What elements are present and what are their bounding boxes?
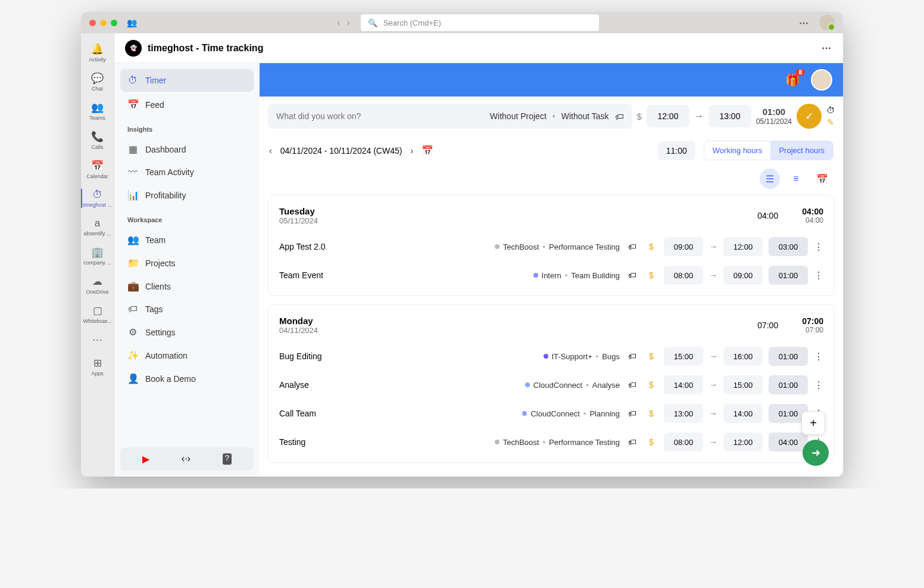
sidebar-item-clients[interactable]: 💼Clients bbox=[120, 275, 254, 298]
tab-project-hours[interactable]: Project hours bbox=[770, 141, 833, 160]
add-entry-fab[interactable]: + bbox=[801, 411, 825, 435]
entry-description[interactable]: Team Event bbox=[279, 270, 398, 280]
tag-icon[interactable]: 🏷 bbox=[626, 409, 639, 418]
end-time[interactable]: 12:00 bbox=[723, 237, 763, 256]
end-time[interactable]: 16:00 bbox=[723, 347, 763, 366]
entry-menu[interactable]: ⋮ bbox=[814, 351, 823, 362]
next-week[interactable]: › bbox=[410, 146, 413, 155]
entry-description[interactable]: Testing bbox=[279, 437, 398, 447]
rail-item-onedrive[interactable]: ☁OneDrive bbox=[81, 272, 114, 298]
tag-icon[interactable]: 🏷 bbox=[626, 437, 639, 447]
maximize-window[interactable] bbox=[111, 20, 117, 26]
gift-icon[interactable]: 🎁8 bbox=[785, 73, 800, 87]
app-more-menu[interactable]: ⋯ bbox=[822, 42, 832, 54]
calendar-view-button[interactable]: 📅 bbox=[812, 169, 832, 189]
billable-icon[interactable]: $ bbox=[645, 242, 658, 251]
entry-project-task[interactable]: Intern•Team Building bbox=[404, 271, 620, 280]
stopwatch-icon[interactable]: ⏱ bbox=[826, 105, 835, 115]
tag-icon[interactable]: 🏷 bbox=[615, 111, 624, 122]
billable-icon[interactable]: $ bbox=[645, 351, 658, 361]
user-avatar[interactable] bbox=[819, 15, 835, 30]
billable-toggle[interactable]: $ bbox=[637, 111, 642, 122]
rail-item-company[interactable]: 🏢company ... bbox=[81, 242, 114, 269]
tag-icon[interactable]: 🏷 bbox=[626, 270, 639, 280]
sidebar-item-timer[interactable]: ⏱ Timer bbox=[120, 69, 254, 92]
nav-forward[interactable]: › bbox=[347, 18, 350, 27]
search-input[interactable]: 🔍 Search (Cmd+E) bbox=[361, 14, 599, 31]
entry-description[interactable]: Bug Editing bbox=[279, 351, 398, 361]
start-time[interactable]: 13:00 bbox=[664, 404, 703, 423]
sidebar-item-projects[interactable]: 📁Projects bbox=[120, 251, 254, 275]
billable-icon[interactable]: $ bbox=[645, 437, 658, 447]
entry-menu[interactable]: ⋮ bbox=[814, 379, 823, 391]
entry-project-task[interactable]: TechBoost•Performance Testing bbox=[404, 438, 620, 447]
end-time[interactable]: 14:00 bbox=[723, 404, 763, 423]
tag-icon[interactable]: 🏷 bbox=[626, 380, 639, 390]
entry-menu[interactable]: ⋮ bbox=[814, 270, 823, 281]
close-window[interactable] bbox=[89, 20, 96, 26]
entry-project[interactable]: Without Project bbox=[490, 111, 547, 121]
rail-item-whiteboar[interactable]: ▢Whiteboar... bbox=[81, 301, 114, 328]
list-view-button[interactable]: ☰ bbox=[760, 169, 780, 189]
sidebar-item-profitability[interactable]: 📊Profitability bbox=[120, 183, 254, 207]
entry-description-input[interactable] bbox=[276, 111, 484, 121]
entry-project-task[interactable]: TechBoost•Performance Testing bbox=[404, 242, 620, 251]
rail-item-calls[interactable]: 📞Calls bbox=[81, 127, 114, 154]
sidebar-item-teamactivity[interactable]: 〰Team Activity bbox=[120, 161, 254, 183]
entry-project-task[interactable]: CloudConnect•Planning bbox=[404, 409, 620, 418]
start-time[interactable]: 08:00 bbox=[664, 433, 703, 452]
rail-item-teams[interactable]: 👥Teams bbox=[81, 98, 114, 125]
end-time[interactable]: 12:00 bbox=[723, 433, 763, 452]
billable-icon[interactable]: $ bbox=[645, 380, 658, 390]
sidebar-item-dashboard[interactable]: ▦Dashboard bbox=[120, 138, 254, 161]
rail-item-more[interactable]: ⋯ bbox=[81, 330, 114, 351]
rail-item-activity[interactable]: 🔔Activity bbox=[81, 39, 114, 66]
tag-icon[interactable]: 🏷 bbox=[626, 351, 639, 361]
submit-entry-button[interactable]: ✓ bbox=[797, 104, 822, 129]
compact-view-button[interactable]: ≡ bbox=[786, 169, 806, 189]
start-time[interactable]: 14:00 bbox=[664, 375, 703, 394]
billable-icon[interactable]: $ bbox=[645, 409, 658, 418]
rail-item-apps[interactable]: ⊞Apps bbox=[81, 353, 114, 380]
profile-avatar[interactable] bbox=[811, 69, 832, 91]
tab-working-hours[interactable]: Working hours bbox=[704, 141, 771, 160]
rail-item-absentify[interactable]: aabsentify ... bbox=[81, 214, 114, 240]
end-time[interactable]: 09:00 bbox=[723, 266, 763, 285]
sidebar-item-automation[interactable]: ✨Automation bbox=[120, 344, 254, 367]
tag-icon[interactable]: 🏷 bbox=[626, 242, 639, 251]
entry-project-task[interactable]: IT-Support+•Bugs bbox=[404, 352, 620, 361]
edit-icon[interactable]: ✎ bbox=[827, 117, 834, 127]
start-time-input[interactable]: 12:00 bbox=[647, 105, 689, 127]
end-time-input[interactable]: 13:00 bbox=[708, 105, 751, 127]
sidebar-item-feed[interactable]: 📅 Feed bbox=[120, 93, 254, 116]
entry-project-task[interactable]: CloudConnect•Analyse bbox=[404, 381, 620, 390]
entry-description[interactable]: App Test 2.0 bbox=[279, 242, 398, 251]
start-time[interactable]: 15:00 bbox=[664, 347, 703, 366]
sidebar-item-settings[interactable]: ⚙Settings bbox=[120, 321, 254, 344]
nav-back[interactable]: ‹ bbox=[337, 18, 340, 27]
start-time[interactable]: 08:00 bbox=[664, 266, 703, 285]
rail-item-chat[interactable]: 💬Chat bbox=[81, 69, 114, 95]
help-icon[interactable]: ? bbox=[223, 453, 232, 465]
time-entry-row: Team EventIntern•Team Building🏷$08:00→09… bbox=[269, 261, 834, 290]
sidebar-item-tags[interactable]: 🏷Tags bbox=[120, 298, 254, 321]
calendar-picker-icon[interactable]: 📅 bbox=[422, 145, 433, 156]
more-menu[interactable]: ⋯ bbox=[799, 17, 810, 29]
entry-menu[interactable]: ⋮ bbox=[814, 241, 823, 253]
rail-item-timeghost[interactable]: ⏱timeghost ... bbox=[81, 185, 114, 211]
entry-task[interactable]: Without Task bbox=[561, 111, 609, 121]
minimize-window[interactable] bbox=[100, 20, 107, 26]
billable-icon[interactable]: $ bbox=[645, 270, 658, 280]
code-icon[interactable]: ‹·› bbox=[182, 453, 191, 465]
end-time[interactable]: 15:00 bbox=[723, 375, 763, 394]
entry-description[interactable]: Analyse bbox=[279, 380, 398, 390]
sidebar-item-team[interactable]: 👥Team bbox=[120, 228, 254, 251]
entry-description[interactable]: Call Team bbox=[279, 409, 398, 418]
support-fab[interactable]: ➜ bbox=[803, 440, 829, 466]
youtube-icon[interactable]: ▶ bbox=[142, 453, 149, 465]
prev-week[interactable]: ‹ bbox=[269, 146, 272, 155]
start-time[interactable]: 09:00 bbox=[664, 237, 703, 256]
sidebar-item-bookademo[interactable]: 👤Book a Demo bbox=[120, 367, 254, 390]
sidebar-icon: ✨ bbox=[127, 350, 138, 361]
rail-item-calendar[interactable]: 📅Calendar bbox=[81, 156, 114, 183]
